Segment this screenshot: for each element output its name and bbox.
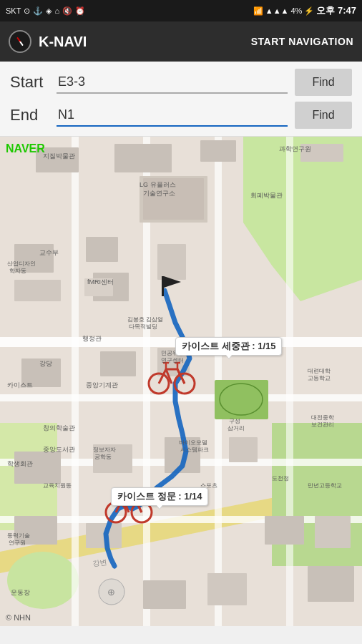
svg-text:대련대학: 대련대학 (308, 368, 331, 374)
compass-needle (16, 37, 24, 47)
input-section: Start Find End Find (0, 62, 362, 137)
charging-icon: ⚡ (304, 6, 314, 16)
signal-bars: ▲▲▲ (265, 6, 289, 15)
svg-text:연구원: 연구원 (9, 540, 26, 546)
svg-rect-20 (14, 280, 61, 301)
svg-rect-42 (162, 276, 164, 296)
svg-text:기술연구소: 기술연구소 (143, 190, 175, 197)
alarm-icon: ⏰ (75, 6, 85, 16)
svg-rect-37 (143, 580, 186, 609)
svg-text:도천정: 도천정 (272, 475, 289, 482)
svg-text:대전중학: 대전중학 (311, 414, 334, 421)
svg-rect-39 (308, 566, 354, 602)
svg-text:LG 유플러스: LG 유플러스 (140, 181, 176, 188)
svg-rect-32 (229, 437, 258, 462)
svg-text:만년고등학교: 만년고등학교 (308, 482, 342, 489)
svg-text:시스템파크: 시스템파크 (180, 447, 209, 453)
status-bar: SKT ⊙ ⚓ ◈ ⌂ 🔇 ⏰ 📶 ▲▲▲ 4% ⚡ 오후 7:47 (0, 0, 362, 21)
svg-text:중앙기계관: 중앙기계관 (86, 381, 118, 389)
svg-text:다목적빌딩: 다목적빌딩 (129, 323, 157, 330)
svg-text:구성: 구성 (229, 418, 240, 424)
mute-icon: 🔇 (62, 6, 72, 16)
svg-text:창의학술관: 창의학술관 (43, 424, 75, 431)
svg-text:산업디자인: 산업디자인 (7, 260, 36, 267)
svg-text:정보자자: 정보자자 (93, 447, 116, 453)
svg-text:강당: 강당 (39, 360, 52, 367)
svg-text:김봉호 김삼열: 김봉호 김삼열 (127, 316, 163, 323)
waypoint-label-2: 카이스트 정문 : 1/14 (111, 487, 208, 506)
end-label: End (10, 106, 49, 125)
svg-rect-40 (215, 380, 268, 419)
home-icon: ⌂ (54, 6, 59, 15)
svg-text:바이오모델: 바이오모델 (179, 439, 207, 446)
svg-text:교수부: 교수부 (39, 249, 59, 256)
svg-text:중앙도서관: 중앙도서관 (43, 446, 75, 453)
status-left: SKT ⊙ ⚓ ◈ ⌂ 🔇 ⏰ (6, 6, 85, 16)
svg-text:교육치원동: 교육치원동 (43, 482, 72, 489)
start-find-button[interactable]: Find (295, 69, 352, 96)
dropbox-icon: ◈ (46, 6, 52, 16)
carrier-text: SKT (6, 6, 21, 15)
start-input-row: Start Find (10, 69, 352, 96)
svg-rect-19 (86, 237, 118, 262)
svg-rect-15 (114, 144, 172, 172)
start-label: Start (10, 73, 49, 92)
start-input[interactable] (57, 72, 288, 94)
svg-text:지질박물관: 지질박물관 (43, 152, 75, 160)
status-right: 📶 ▲▲▲ 4% ⚡ 오후 7:47 (253, 4, 356, 17)
compass-icon (9, 30, 31, 53)
map-background: 지질박물관 LG 유플러스 기술연구소 과학연구원 회폐박물관 fMRI센터 교… (0, 137, 362, 626)
battery-percent: 4% (290, 6, 302, 15)
end-input-row: End Find (10, 102, 352, 129)
svg-rect-38 (207, 573, 247, 605)
svg-text:고등학교: 고등학교 (308, 375, 331, 381)
svg-text:운동장: 운동장 (11, 589, 30, 596)
usb-icon: ⚓ (33, 6, 43, 16)
svg-rect-27 (100, 351, 136, 376)
end-input[interactable] (57, 104, 288, 127)
svg-rect-29 (14, 452, 61, 484)
svg-text:공학동: 공학동 (94, 454, 112, 460)
svg-rect-10 (72, 137, 79, 626)
app-bar-left: K-NAVI (9, 30, 87, 53)
svg-text:회폐박물관: 회폐박물관 (250, 192, 283, 199)
svg-text:보건관리: 보건관리 (311, 421, 334, 428)
waypoint-label-1: 카이스트 세중관 : 1/15 (175, 337, 282, 356)
copyright-text: © NHN (6, 613, 31, 622)
svg-text:행정관: 행정관 (82, 335, 102, 342)
svg-text:과학연구원: 과학연구원 (279, 145, 311, 152)
svg-text:삼거리: 삼거리 (228, 425, 245, 431)
svg-rect-13 (286, 137, 293, 626)
svg-text:fMRI센터: fMRI센터 (87, 278, 114, 286)
naver-logo: NAVER (6, 142, 45, 155)
svg-text:카이스트: 카이스트 (7, 381, 33, 389)
svg-rect-7 (0, 394, 362, 401)
app-bar: K-NAVI START NAVIGATION (0, 21, 362, 62)
start-navigation-button[interactable]: START NAVIGATION (251, 36, 353, 47)
svg-rect-35 (265, 516, 304, 545)
time-display: 오후 7:47 (316, 4, 356, 17)
app-title: K-NAVI (39, 34, 87, 50)
svg-text:동력기술: 동력기술 (7, 532, 30, 539)
svg-point-5 (7, 552, 79, 609)
svg-rect-36 (315, 516, 351, 548)
svg-text:학자동: 학자동 (9, 268, 26, 274)
svg-text:⊕: ⊕ (107, 587, 115, 597)
wifi-icon: 📶 (253, 6, 263, 16)
svg-text:학생회관: 학생회관 (7, 460, 33, 467)
svg-text:연구센터: 연구센터 (161, 357, 184, 364)
signal-icon: ⊙ (24, 6, 30, 16)
map-section[interactable]: 지질박물관 LG 유플러스 기술연구소 과학연구원 회폐박물관 fMRI센터 교… (0, 137, 362, 626)
svg-rect-22 (157, 244, 186, 280)
svg-rect-16 (200, 140, 236, 162)
end-find-button[interactable]: Find (295, 102, 352, 129)
